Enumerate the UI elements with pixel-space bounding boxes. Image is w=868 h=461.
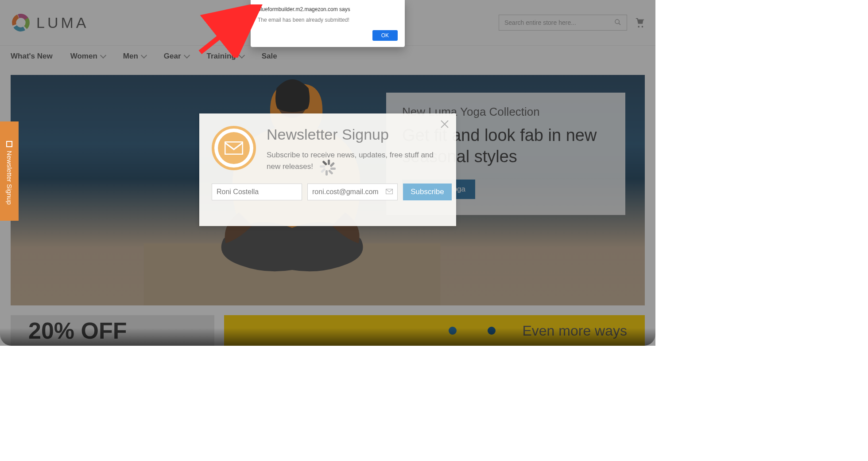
- svg-rect-10: [225, 142, 243, 154]
- envelope-icon: [386, 188, 393, 196]
- newsletter-modal: Newsletter Signup Subscribe to receive n…: [199, 113, 456, 226]
- checkbox-icon: [6, 141, 12, 147]
- loading-spinner-icon: [317, 157, 338, 178]
- email-field[interactable]: roni.cost@gmail.com: [307, 184, 398, 200]
- close-icon[interactable]: [440, 120, 449, 129]
- screenshot-bottom-shadow: [0, 328, 655, 346]
- alert-domain-text: blueformbuilder.m2.magezon.com says: [258, 6, 398, 12]
- subscribe-button[interactable]: Subscribe: [403, 184, 452, 200]
- newsletter-subheading: Subscribe to receive news, updates, free…: [267, 149, 444, 172]
- mail-badge-icon: [212, 126, 256, 170]
- alert-message: The email has been already submitted!: [258, 17, 398, 23]
- name-field[interactable]: Roni Costella: [212, 184, 302, 200]
- newsletter-side-tab[interactable]: Newsletter Signup: [0, 121, 19, 221]
- browser-alert: blueformbuilder.m2.magezon.com says The …: [251, 0, 405, 47]
- alert-ok-button[interactable]: OK: [372, 30, 398, 41]
- newsletter-form: Roni Costella roni.cost@gmail.com Subscr…: [212, 184, 444, 200]
- newsletter-heading: Newsletter Signup: [267, 126, 444, 143]
